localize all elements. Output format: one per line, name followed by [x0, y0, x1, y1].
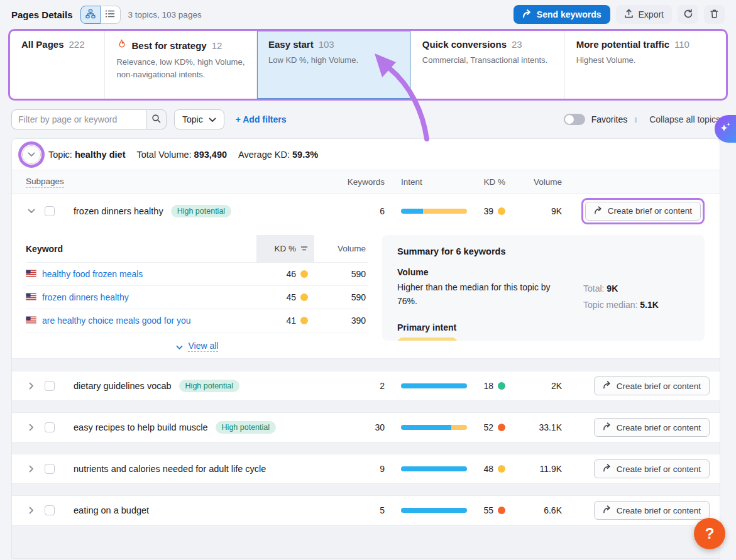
- send-arrow-icon: [603, 505, 612, 515]
- kd-value: 18: [483, 381, 505, 391]
- table-row[interactable]: easy recipes to help build muscleHigh po…: [12, 413, 720, 442]
- create-brief-button[interactable]: Create brief or content: [594, 376, 710, 395]
- keyword-link[interactable]: frozen dinners healthy: [42, 292, 129, 302]
- view-all-link[interactable]: View all: [188, 341, 218, 352]
- chevron-right-icon[interactable]: [29, 507, 34, 514]
- tab-more-potential-traffic[interactable]: More potential traffic 110 Highest Volum…: [565, 31, 726, 99]
- send-arrow-icon: [603, 381, 612, 391]
- help-button[interactable]: ?: [694, 518, 725, 549]
- row-checkbox[interactable]: [45, 505, 55, 515]
- search-input[interactable]: [11, 109, 146, 129]
- collapse-topic-button[interactable]: [22, 145, 41, 164]
- table-row[interactable]: frozen dinners healthyHigh potential 6 3…: [12, 194, 720, 228]
- kd-value: 46: [256, 269, 314, 279]
- export-icon: [624, 9, 634, 20]
- keyword-row: frozen dinners healthy 45 590: [26, 286, 368, 309]
- list-view-button[interactable]: [101, 6, 121, 24]
- keywords-count: 9: [380, 464, 385, 474]
- keyword-row: healthy food frozen meals 46 590: [26, 263, 368, 286]
- send-arrow-icon: [603, 422, 612, 432]
- keywords-count: 5: [380, 505, 385, 515]
- table-row[interactable]: eating on a budget 5 55 6.6K Create brie…: [12, 496, 720, 525]
- table-row[interactable]: dietary guidelines vocabHigh potential 2…: [12, 371, 720, 400]
- favorites-toggle[interactable]: [564, 114, 585, 125]
- summary-primary-intent-label: Primary intent: [397, 322, 689, 332]
- tab-quick-conversions[interactable]: Quick conversions 23 Commercial, Transac…: [411, 31, 565, 99]
- table-row[interactable]: nutrients and calories needed for adult …: [12, 454, 720, 483]
- tab-all-pages[interactable]: All Pages 222: [10, 31, 105, 99]
- row-checkbox[interactable]: [45, 381, 55, 391]
- sort-descending-icon: [300, 244, 308, 253]
- volume-value: 590: [314, 269, 368, 279]
- kd-dot: [300, 270, 308, 278]
- intent-bar: [401, 209, 467, 214]
- tree-view-button[interactable]: [80, 6, 101, 24]
- search-button[interactable]: [146, 109, 167, 129]
- kd-dot: [498, 382, 505, 390]
- column-subpages[interactable]: Subpages: [26, 177, 64, 188]
- row-gap: [12, 525, 720, 558]
- row-checkbox[interactable]: [45, 422, 55, 432]
- export-button[interactable]: Export: [616, 5, 672, 24]
- column-keywords: Keywords: [348, 177, 385, 187]
- summary-volume-text: Higher than the median for this topic by…: [397, 281, 556, 314]
- add-filters-link[interactable]: + Add filters: [236, 114, 287, 124]
- create-brief-button[interactable]: Create brief or content: [585, 202, 701, 221]
- volume-value: 33.1K: [539, 422, 562, 432]
- row-checkbox[interactable]: [45, 206, 55, 216]
- keyword-row: are healthy choice meals good for you 41…: [26, 309, 368, 332]
- refresh-button[interactable]: [678, 5, 698, 24]
- kd-dot: [498, 465, 505, 473]
- us-flag-icon: [26, 269, 36, 279]
- intent-bar: [401, 383, 467, 388]
- create-brief-button[interactable]: Create brief or content: [594, 501, 710, 520]
- intent-pill: [397, 338, 458, 341]
- page-title: Pages Details: [11, 9, 73, 20]
- trash-icon: [710, 9, 719, 21]
- keywords-count: 2: [380, 381, 385, 391]
- table-column-headers: Subpages Keywords Intent KD % Volume: [12, 170, 720, 194]
- chevron-right-icon[interactable]: [29, 382, 34, 390]
- chevron-down-icon[interactable]: [28, 209, 35, 214]
- delete-button[interactable]: [704, 5, 725, 24]
- kd-dot: [498, 507, 505, 514]
- summary-title: Summary for 6 keywords: [397, 246, 689, 256]
- kd-value: 39: [483, 206, 505, 216]
- keywords-count: 30: [375, 422, 385, 432]
- column-kd-sorted[interactable]: KD %: [256, 235, 314, 262]
- collapse-all-topics-link[interactable]: Collapse all topics: [649, 114, 720, 124]
- send-keywords-button[interactable]: Send keywords: [514, 5, 610, 24]
- sitemap-icon: [85, 9, 96, 21]
- search-filter: [11, 109, 167, 129]
- summary-panel: Summary for 6 keywords Volume Higher tha…: [382, 235, 705, 341]
- row-checkbox[interactable]: [45, 464, 55, 474]
- intent-bar: [401, 508, 467, 513]
- toolbar: Pages Details 3 topics, 103 pages Send k…: [0, 0, 736, 29]
- row-gap: [12, 400, 720, 413]
- topic-average-kd: Average KD: 59.3%: [238, 150, 318, 160]
- create-brief-button[interactable]: Create brief or content: [594, 418, 710, 437]
- sparkles-icon: [718, 121, 732, 138]
- high-potential-badge: High potential: [179, 380, 239, 392]
- create-brief-button[interactable]: Create brief or content: [594, 459, 710, 478]
- refresh-icon: [683, 9, 693, 21]
- keyword-link[interactable]: are healthy choice meals good for you: [42, 316, 191, 326]
- column-keyword: Keyword: [26, 244, 256, 254]
- chevron-right-icon[interactable]: [29, 465, 34, 473]
- kd-value: 52: [483, 422, 505, 432]
- tab-best-for-strategy[interactable]: Best for strategy 12 Relevance, low KD%,…: [105, 31, 256, 99]
- kd-dot: [498, 207, 505, 215]
- chevron-down-icon: [209, 114, 216, 124]
- intent-bar: [401, 466, 467, 471]
- topic-dropdown[interactable]: Topic: [174, 109, 224, 129]
- info-icon[interactable]: i: [634, 115, 638, 124]
- chevron-right-icon[interactable]: [29, 424, 34, 431]
- kd-value: 45: [256, 292, 314, 302]
- toggle-knob: [565, 115, 574, 124]
- tab-easy-start[interactable]: Easy start 103 Low KD %, high Volume.: [257, 31, 411, 99]
- summary-volume-label: Volume: [397, 267, 689, 277]
- volume-value: 6.6K: [544, 505, 562, 515]
- column-volume: Volume: [534, 177, 562, 187]
- keyword-link[interactable]: healthy food frozen meals: [42, 269, 143, 279]
- volume-value: 11.9K: [539, 464, 562, 474]
